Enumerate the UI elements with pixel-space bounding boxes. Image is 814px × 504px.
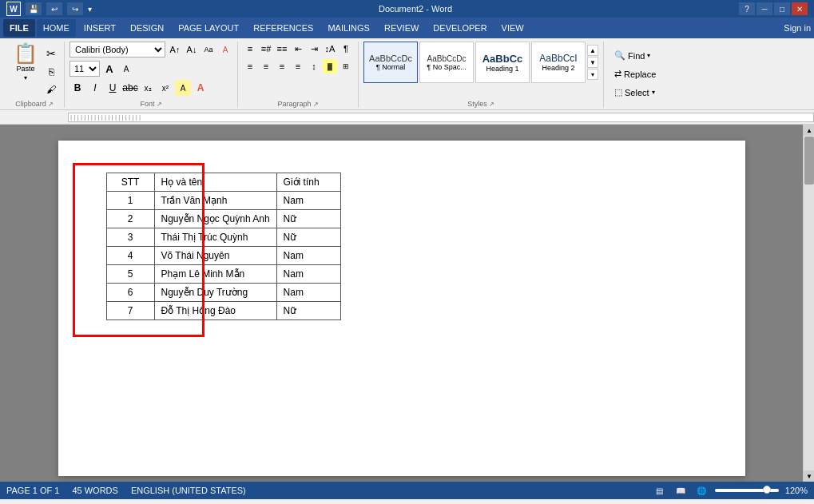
menu-insert[interactable]: INSERT (77, 19, 122, 37)
replace-button[interactable]: ⇄ Replace (609, 66, 661, 81)
replace-label: Replace (624, 69, 656, 79)
para-row-1: ≡ ≡# ≡≡ ⇤ ⇥ ↕A ¶ (243, 42, 353, 56)
zoom-slider[interactable] (715, 489, 779, 492)
clipboard-expand[interactable]: ↗ (48, 101, 54, 108)
select-icon: ⬚ (614, 87, 622, 97)
font-row-1: Calibri (Body) A↑ A↓ Aa A (69, 42, 232, 58)
justify-button[interactable]: ≡ (291, 59, 305, 73)
copy-button[interactable]: ⎘ (43, 64, 59, 80)
line-spacing-button[interactable]: ↕ (307, 59, 321, 73)
decrease-indent-button[interactable]: ⇤ (291, 42, 305, 56)
cut-button[interactable]: ✂ (43, 45, 59, 62)
scroll-up-arrow[interactable]: ▲ (804, 125, 814, 136)
find-button[interactable]: 🔍 Find ▾ (609, 48, 656, 63)
shading-button[interactable]: ▓ (323, 59, 337, 73)
text-highlight-button[interactable]: A (175, 80, 191, 96)
sign-in-link[interactable]: Sign in (784, 23, 811, 33)
menu-mailings[interactable]: MAILINGS (321, 19, 376, 37)
menu-view[interactable]: VIEW (495, 19, 530, 37)
style-scroll-controls: ▲ ▼ ▾ (587, 45, 598, 80)
select-label: Select (625, 88, 649, 97)
style-normal[interactable]: AaBbCcDc ¶ Normal (363, 42, 418, 83)
menu-references[interactable]: REFERENCES (247, 19, 320, 37)
table-row: 6 Nguyễn Duy Trường Nam (106, 284, 340, 302)
select-button[interactable]: ⬚ Select ▾ (609, 85, 661, 100)
close-button[interactable]: ✕ (792, 2, 808, 15)
scroll-track[interactable] (804, 136, 814, 470)
align-left-button[interactable]: ≡ (243, 59, 257, 73)
cell-gender-1: Nữ (276, 210, 340, 228)
ruler-bar: | | | | | | | | | | | | | | | | | | | | … (68, 113, 814, 122)
styles-gallery: AaBbCcDc ¶ Normal AaBbCcDc ¶ No Spac... … (363, 42, 598, 83)
menu-home[interactable]: HOME (37, 19, 76, 37)
paste-dropdown-arrow[interactable]: ▾ (24, 74, 27, 81)
style-heading1[interactable]: AaBbCc Heading 1 (475, 42, 530, 83)
font-size-up-button[interactable]: A (102, 62, 117, 76)
editing-content: 🔍 Find ▾ ⇄ Replace ⬚ Select ▾ (609, 42, 661, 106)
paragraph-expand[interactable]: ↗ (313, 101, 319, 108)
style-heading2[interactable]: AaBbCcI Heading 2 (531, 42, 586, 83)
redo-button[interactable]: ↪ (67, 2, 83, 15)
increase-font-button[interactable]: A↑ (168, 42, 182, 57)
styles-expand[interactable]: ↗ (489, 101, 494, 108)
decrease-font-button[interactable]: A↓ (185, 42, 199, 57)
print-layout-view-button[interactable]: ▤ (653, 483, 667, 498)
subscript-button[interactable]: x₂ (140, 80, 156, 96)
sort-button[interactable]: ↕A (323, 42, 337, 56)
read-mode-button[interactable]: 📖 (673, 483, 688, 498)
paste-button[interactable]: 📋 Paste ▾ (10, 42, 42, 84)
menu-file[interactable]: FILE (3, 19, 35, 37)
show-hide-button[interactable]: ¶ (339, 42, 353, 56)
cell-stt-6: 7 (106, 302, 154, 320)
copy-icon: ⎘ (49, 66, 54, 77)
scroll-down-arrow[interactable]: ▼ (804, 470, 814, 482)
header-gender: Giới tính (276, 173, 340, 192)
style-expand[interactable]: ▾ (587, 69, 598, 80)
styles-content: AaBbCcDc ¶ Normal AaBbCcDc ¶ No Spac... … (363, 42, 598, 98)
strikethrough-button[interactable]: abc (122, 80, 138, 96)
minimize-button[interactable]: ─ (756, 2, 772, 15)
font-color-button[interactable]: A (193, 80, 208, 96)
find-arrow[interactable]: ▾ (647, 52, 650, 59)
font-size-down-button[interactable]: A (119, 62, 133, 76)
scroll-thumb[interactable] (804, 137, 814, 185)
undo-button[interactable]: ↩ (46, 2, 62, 15)
select-arrow[interactable]: ▾ (652, 89, 655, 96)
vertical-scrollbar[interactable]: ▲ ▼ (803, 125, 814, 482)
zoom-thumb[interactable] (763, 486, 771, 494)
help-button[interactable]: ? (739, 2, 755, 15)
clipboard-group: 📋 Paste ▾ ✂ ⎘ 🖌 Clipboard ↗ (5, 42, 65, 108)
menu-review[interactable]: REVIEW (378, 19, 425, 37)
menu-developer[interactable]: DEVELOPER (427, 19, 493, 37)
table-row: 4 Võ Thái Nguyên Nam (106, 247, 340, 265)
clear-format-button[interactable]: Aa (201, 42, 216, 57)
superscript-button[interactable]: x² (157, 80, 173, 96)
document-page[interactable]: STT Họ và tên Giới tính 1 Trần Văn Mạnh … (58, 141, 745, 476)
styles-group: AaBbCcDc ¶ Normal AaBbCcDc ¶ No Spac... … (359, 42, 604, 108)
italic-button[interactable]: I (87, 80, 103, 96)
underline-button[interactable]: U (105, 80, 121, 96)
text-effects-button[interactable]: A (218, 42, 232, 57)
bold-button[interactable]: B (69, 80, 85, 96)
menu-design[interactable]: DESIGN (124, 19, 170, 37)
format-painter-button[interactable]: 🖌 (43, 81, 59, 97)
style-scroll-up[interactable]: ▲ (587, 45, 598, 56)
font-family-select[interactable]: Calibri (Body) (69, 42, 165, 58)
font-size-select[interactable]: 11 (69, 61, 100, 77)
style-no-spacing[interactable]: AaBbCcDc ¶ No Spac... (419, 42, 474, 83)
bullets-button[interactable]: ≡ (243, 42, 257, 56)
borders-button[interactable]: ⊞ (339, 59, 353, 73)
table-header-row: STT Họ và tên Giới tính (106, 173, 340, 192)
numbering-button[interactable]: ≡# (259, 42, 273, 56)
font-expand[interactable]: ↗ (157, 101, 162, 108)
save-button[interactable]: 💾 (26, 2, 42, 15)
restore-button[interactable]: □ (774, 2, 790, 15)
style-scroll-down[interactable]: ▼ (587, 57, 598, 68)
menu-page-layout[interactable]: PAGE LAYOUT (172, 19, 245, 37)
align-right-button[interactable]: ≡ (275, 59, 289, 73)
multilevel-list-button[interactable]: ≡≡ (275, 42, 289, 56)
align-center-button[interactable]: ≡ (259, 59, 273, 73)
increase-indent-button[interactable]: ⇥ (307, 42, 321, 56)
web-layout-button[interactable]: 🌐 (694, 483, 709, 498)
cell-stt-0: 1 (106, 192, 154, 210)
